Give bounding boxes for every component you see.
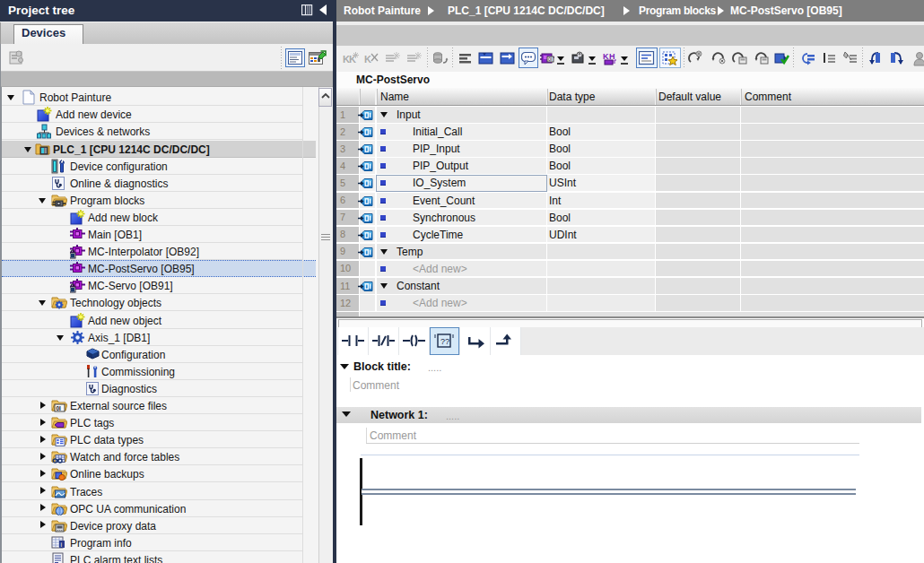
svg-text:K: K: [364, 54, 371, 65]
svg-text:0I: 0I: [57, 405, 62, 411]
svg-text:??: ??: [440, 337, 449, 346]
svg-text:0I: 0I: [548, 56, 553, 62]
